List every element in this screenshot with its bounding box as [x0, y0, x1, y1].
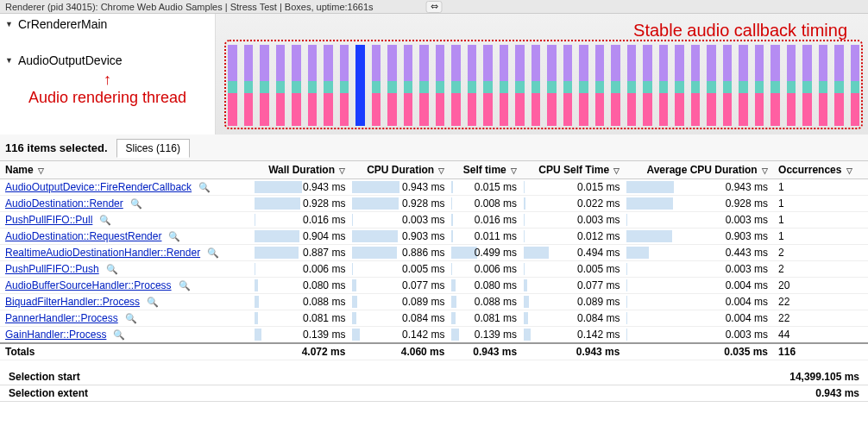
- magnifier-icon[interactable]: 🔍: [99, 264, 118, 274]
- timeline-slice[interactable]: [659, 45, 669, 126]
- table-row[interactable]: AudioBufferSourceHandler::Process🔍0.080 …: [0, 278, 868, 294]
- divider-handle-icon[interactable]: ⇔: [426, 1, 443, 13]
- timeline-slice[interactable]: [802, 45, 812, 126]
- slice-link[interactable]: AudioBufferSourceHandler::Process: [5, 279, 172, 291]
- timeline-slice[interactable]: [244, 45, 254, 126]
- disclosure-triangle-icon[interactable]: ▼: [5, 56, 13, 65]
- timeline-slice[interactable]: [515, 45, 525, 126]
- slice-link[interactable]: BiquadFilterHandler::Process: [5, 296, 140, 308]
- timeline-slice[interactable]: [643, 45, 652, 126]
- table-row[interactable]: GainHandler::Process🔍0.139 ms0.142 ms0.1…: [0, 327, 868, 344]
- timeline-slice[interactable]: [531, 45, 541, 126]
- timeline-slice[interactable]: [563, 45, 573, 126]
- timeline-slice[interactable]: [228, 45, 237, 126]
- col-name[interactable]: Name ▽: [0, 161, 253, 179]
- timeline-slice[interactable]: [355, 45, 365, 126]
- col-occ[interactable]: Occurrences ▽: [773, 161, 868, 179]
- timeline-slice[interactable]: [419, 45, 429, 126]
- slice-link[interactable]: AudioOutputDevice::FireRenderCallback: [5, 181, 192, 193]
- slice-link[interactable]: RealtimeAudioDestinationHandler::Render: [5, 247, 200, 259]
- timeline-slice[interactable]: [675, 45, 684, 126]
- table-row[interactable]: AudioDestination::RequestRender🔍0.904 ms…: [0, 229, 868, 245]
- magnifier-icon[interactable]: 🔍: [161, 231, 180, 241]
- timeline-slice[interactable]: [787, 45, 796, 126]
- cell-occ: 22: [773, 310, 868, 327]
- timeline-slice[interactable]: [260, 45, 269, 126]
- selection-extent-value: 0.943 ms: [815, 387, 859, 399]
- timeline-slice[interactable]: [276, 45, 286, 126]
- table-row[interactable]: AudioOutputDevice::FireRenderCallback🔍0.…: [0, 179, 868, 196]
- timeline-slice[interactable]: [739, 45, 748, 126]
- timeline-slice[interactable]: [851, 45, 860, 126]
- timeline-slice[interactable]: [292, 45, 301, 126]
- totals-row: Totals4.072 ms4.060 ms0.943 ms0.943 ms0.…: [0, 343, 868, 360]
- table-row[interactable]: PushPullFIFO::Pull🔍0.016 ms0.003 ms0.016…: [0, 212, 868, 229]
- timeline-slice[interactable]: [436, 45, 445, 126]
- slice-link[interactable]: PushPullFIFO::Pull: [5, 214, 92, 226]
- cell-occ: 1: [773, 229, 868, 245]
- slice-link[interactable]: AudioDestination::RequestRender: [5, 230, 161, 242]
- magnifier-icon[interactable]: 🔍: [123, 198, 142, 209]
- cell-num: 0.904 ms: [253, 229, 351, 245]
- slice-segment: [531, 81, 541, 93]
- timeline-slice[interactable]: [707, 45, 716, 126]
- timeline-slice[interactable]: [819, 45, 828, 126]
- timeline-slice[interactable]: [451, 45, 461, 126]
- magnifier-icon[interactable]: 🔍: [172, 280, 191, 291]
- magnifier-icon[interactable]: 🔍: [92, 215, 111, 225]
- slice-segment: [611, 93, 620, 126]
- magnifier-icon[interactable]: 🔍: [192, 182, 211, 192]
- magnifier-icon[interactable]: 🔍: [200, 247, 219, 258]
- timeline-slice[interactable]: [834, 45, 844, 126]
- timeline-slice[interactable]: [755, 45, 764, 126]
- col-cpuself[interactable]: CPU Self Time ▽: [522, 161, 625, 179]
- table-row[interactable]: BiquadFilterHandler::Process🔍0.088 ms0.0…: [0, 294, 868, 310]
- disclosure-triangle-icon[interactable]: ▼: [5, 20, 13, 28]
- slice-link[interactable]: PannerHandler::Process: [5, 312, 118, 324]
- timeline-slice[interactable]: [372, 45, 381, 126]
- timeline-slice[interactable]: [691, 45, 701, 126]
- timeline-slice[interactable]: [547, 45, 557, 126]
- timeline-slice[interactable]: [483, 45, 493, 126]
- thread-row-audio-output[interactable]: ▼ AudioOutputDevice: [0, 50, 215, 71]
- timeline-slice[interactable]: [723, 45, 733, 126]
- slice-segment: [563, 81, 573, 93]
- slice-segment: [563, 45, 573, 81]
- timeline-slice[interactable]: [308, 45, 318, 126]
- magnifier-icon[interactable]: 🔍: [140, 297, 159, 307]
- timeline-slice[interactable]: [324, 45, 333, 126]
- magnifier-icon[interactable]: 🔍: [118, 313, 137, 323]
- timeline-slice[interactable]: [500, 45, 509, 126]
- slice-segment: [500, 93, 509, 126]
- thread-row-renderer-main[interactable]: ▼ CrRendererMain: [0, 14, 215, 34]
- timeline-slice[interactable]: [340, 45, 349, 126]
- slice-link[interactable]: GainHandler::Process: [5, 329, 106, 341]
- magnifier-icon[interactable]: 🔍: [106, 329, 125, 340]
- cell-num: 0.928 ms: [253, 196, 351, 212]
- timeline-slice[interactable]: [387, 45, 397, 126]
- timeline-slice[interactable]: [404, 45, 413, 126]
- tab-slices[interactable]: Slices (116): [116, 139, 190, 158]
- slice-segment: [595, 93, 605, 126]
- timeline-slice[interactable]: [611, 45, 620, 126]
- timeline-slice[interactable]: [468, 45, 477, 126]
- col-avgcpu[interactable]: Average CPU Duration ▽: [625, 161, 773, 179]
- timeline-slice[interactable]: [595, 45, 605, 126]
- timeline-canvas[interactable]: Stable audio callback timing: [216, 14, 868, 135]
- slice-segment: [324, 45, 333, 81]
- col-cpu[interactable]: CPU Duration ▽: [350, 161, 450, 179]
- table-row[interactable]: PushPullFIFO::Push🔍0.006 ms0.005 ms0.006…: [0, 261, 868, 278]
- slice-link[interactable]: AudioDestination::Render: [5, 197, 123, 210]
- slice-segment: [276, 81, 286, 93]
- slice-link[interactable]: PushPullFIFO::Push: [5, 263, 99, 275]
- table-row[interactable]: PannerHandler::Process🔍0.081 ms0.084 ms0…: [0, 310, 868, 327]
- cell-num: 0.003 ms: [625, 261, 773, 278]
- thread-label: AudioOutputDevice: [18, 53, 123, 67]
- col-self[interactable]: Self time ▽: [450, 161, 522, 179]
- table-row[interactable]: AudioDestination::Render🔍0.928 ms0.928 m…: [0, 196, 868, 212]
- col-wall[interactable]: Wall Duration ▽: [253, 161, 351, 179]
- table-row[interactable]: RealtimeAudioDestinationHandler::Render🔍…: [0, 245, 868, 261]
- timeline-slice[interactable]: [627, 45, 637, 126]
- timeline-slice[interactable]: [771, 45, 780, 126]
- timeline-slice[interactable]: [579, 45, 588, 126]
